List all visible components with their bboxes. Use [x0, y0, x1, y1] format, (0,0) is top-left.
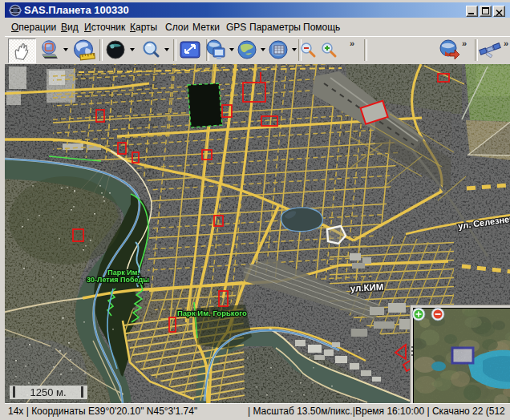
svg-text:30-Летия Победы: 30-Летия Победы: [87, 276, 149, 284]
svg-text:ул.КИМ: ул.КИМ: [350, 282, 383, 293]
svg-text:1250 м.: 1250 м.: [30, 386, 66, 398]
svg-text:Парк Им. Горького: Парк Им. Горького: [177, 309, 247, 317]
